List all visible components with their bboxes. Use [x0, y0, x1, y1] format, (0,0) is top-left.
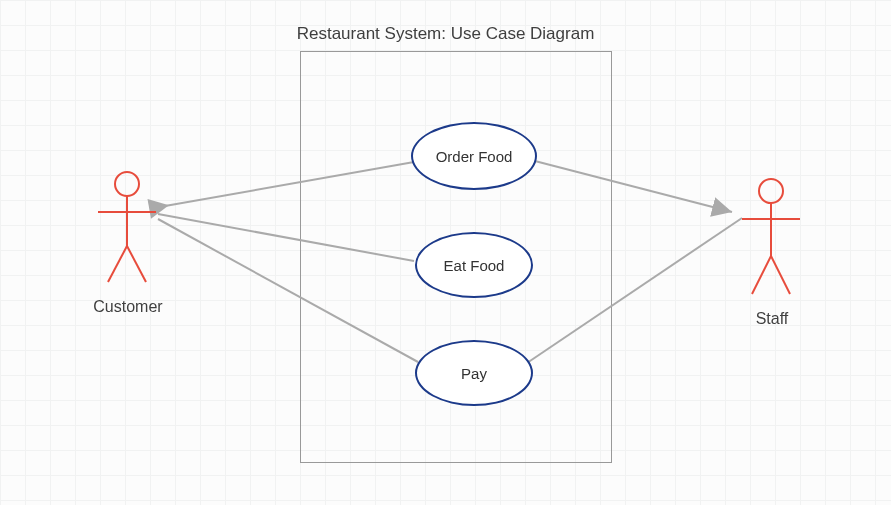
- svg-line-3: [108, 246, 127, 282]
- usecase-label: Order Food: [436, 148, 513, 165]
- svg-line-9: [771, 256, 790, 294]
- svg-line-4: [127, 246, 146, 282]
- svg-point-0: [115, 172, 139, 196]
- actor-staff-label: Staff: [722, 310, 822, 328]
- usecase-pay: Pay: [415, 340, 533, 406]
- svg-point-5: [759, 179, 783, 203]
- diagram-canvas: Restaurant System: Use Case Diagram: [0, 0, 891, 505]
- actor-customer-figure: [98, 172, 156, 282]
- usecase-eat-food: Eat Food: [415, 232, 533, 298]
- actor-customer-label: Customer: [78, 298, 178, 316]
- svg-line-8: [752, 256, 771, 294]
- usecase-label: Pay: [461, 365, 487, 382]
- diagram-title: Restaurant System: Use Case Diagram: [0, 24, 891, 44]
- usecase-order-food: Order Food: [411, 122, 537, 190]
- usecase-label: Eat Food: [444, 257, 505, 274]
- actor-staff-figure: [742, 179, 800, 294]
